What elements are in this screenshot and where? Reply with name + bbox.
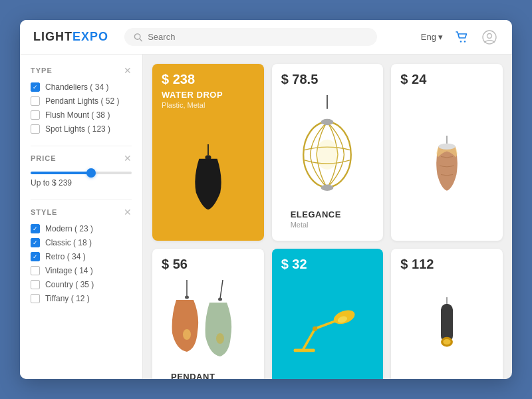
water-drop-material: Plastic, Metal <box>152 101 264 114</box>
type-filter-header: TYPE ✕ <box>31 65 132 76</box>
water-drop-price: $ 238 <box>152 64 264 90</box>
tiffany-label: Tiffany ( 12 ) <box>45 294 90 303</box>
svg-point-24 <box>313 326 317 331</box>
pendant-price: $ 56 <box>152 249 264 275</box>
product-workspace[interactable]: $ 32 <box>272 249 384 379</box>
svg-point-12 <box>218 298 222 301</box>
retro-checkbox[interactable]: ✓ <box>31 252 40 261</box>
pendant-label: Pendant Lights ( 52 ) <box>45 96 119 106</box>
price-filter-title: PRICE <box>31 154 57 162</box>
workspace-image <box>272 275 384 379</box>
app-window: LIGHTEXPO Eng ▾ <box>20 20 512 379</box>
style-filter-close[interactable]: ✕ <box>124 207 132 217</box>
retro-label: Retro ( 34 ) <box>45 252 86 261</box>
svg-point-5 <box>487 33 492 38</box>
search-bar[interactable] <box>124 28 377 46</box>
price-slider-track[interactable] <box>31 172 132 174</box>
pipe-price: $ 112 <box>391 249 503 275</box>
wood-lamp-price: $ 24 <box>391 64 503 90</box>
classic-checkbox[interactable]: ✓ <box>31 238 40 247</box>
price-slider-fill <box>31 172 93 174</box>
svg-line-19 <box>303 329 315 350</box>
tiffany-checkbox[interactable] <box>31 294 40 303</box>
wood-lamp-icon <box>427 136 467 196</box>
filter-retro[interactable]: ✓ Retro ( 34 ) <box>31 252 132 261</box>
body: TYPE ✕ ✓ Chandeliers ( 34 ) Pendant Ligh… <box>20 55 512 379</box>
filter-flush-mount[interactable]: Flush Mount ( 38 ) <box>31 110 132 120</box>
search-input[interactable] <box>148 32 368 42</box>
style-filter-title: STYLE <box>31 208 57 216</box>
water-drop-image <box>152 114 264 241</box>
filter-vintage[interactable]: Vintage ( 14 ) <box>31 266 132 275</box>
cart-button[interactable] <box>452 28 471 47</box>
modern-checkbox[interactable]: ✓ <box>31 224 40 233</box>
workspace-price: $ 32 <box>272 249 384 275</box>
svg-point-16 <box>317 140 339 170</box>
svg-point-10 <box>183 329 191 340</box>
flush-mount-checkbox[interactable] <box>31 110 40 120</box>
header-right: Eng ▾ <box>421 28 499 47</box>
water-drop-lamp-icon <box>178 144 238 211</box>
user-button[interactable] <box>480 28 499 47</box>
pipe-image <box>391 275 503 379</box>
elegance-material: Metal <box>281 221 374 234</box>
vintage-label: Vintage ( 14 ) <box>45 266 93 275</box>
svg-point-18 <box>321 185 334 191</box>
svg-line-11 <box>220 280 223 299</box>
language-selector[interactable]: Eng ▾ <box>421 32 443 42</box>
filter-pendant[interactable]: Pendant Lights ( 52 ) <box>31 96 132 106</box>
search-icon <box>134 33 142 42</box>
type-filter-close[interactable]: ✕ <box>124 65 132 76</box>
chandeliers-checkbox[interactable]: ✓ <box>31 82 40 92</box>
svg-point-26 <box>439 143 456 149</box>
price-filter-section: PRICE ✕ Up to $ 239 <box>31 153 132 188</box>
svg-point-2 <box>460 41 462 42</box>
svg-rect-23 <box>294 348 315 352</box>
product-pendant-lights[interactable]: $ 56 <box>152 249 264 379</box>
svg-point-3 <box>464 41 466 42</box>
pendant-lamp-icon <box>162 280 255 366</box>
chandeliers-label: Chandeliers ( 34 ) <box>45 82 108 92</box>
workspace-lamp-icon <box>291 301 364 354</box>
style-filter-section: STYLE ✕ ✓ Modern ( 23 ) ✓ Classic ( 18 )… <box>31 207 132 303</box>
modern-label: Modern ( 23 ) <box>45 224 93 233</box>
filter-chandeliers[interactable]: ✓ Chandeliers ( 34 ) <box>31 82 132 92</box>
pipe-lamp-icon <box>430 297 464 357</box>
type-filter-section: TYPE ✕ ✓ Chandeliers ( 34 ) Pendant Ligh… <box>31 65 132 134</box>
svg-point-17 <box>321 119 334 125</box>
product-elegance[interactable]: $ 78.5 <box>272 64 384 241</box>
style-filter-header: STYLE ✕ <box>31 207 132 217</box>
filter-modern[interactable]: ✓ Modern ( 23 ) <box>31 224 132 233</box>
country-label: Country ( 35 ) <box>45 280 94 289</box>
svg-line-1 <box>140 39 142 41</box>
product-the-pipe[interactable]: $ 112 THE PIPE <box>391 249 503 379</box>
product-water-drop[interactable]: $ 238 WATER DROP Plastic, Metal <box>152 64 264 241</box>
svg-point-13 <box>216 333 224 344</box>
elegance-price: $ 78.5 <box>272 64 384 90</box>
main-content: $ 238 WATER DROP Plastic, Metal $ 56 <box>143 55 512 379</box>
elegance-lamp-icon <box>291 95 364 201</box>
price-slider-thumb[interactable] <box>86 168 96 178</box>
svg-rect-28 <box>441 303 453 341</box>
spot-lights-checkbox[interactable] <box>31 124 40 134</box>
filter-country[interactable]: Country ( 35 ) <box>31 280 132 289</box>
pendant-name: PENDANT LIGHTS <box>162 372 255 379</box>
filter-spot-lights[interactable]: Spot Lights ( 123 ) <box>31 124 132 134</box>
price-filter-header: PRICE ✕ <box>31 153 132 164</box>
svg-point-9 <box>185 296 189 299</box>
logo: LIGHTEXPO <box>33 30 108 44</box>
filter-tiffany[interactable]: Tiffany ( 12 ) <box>31 294 132 303</box>
elegance-name: ELEGANCE <box>281 209 374 221</box>
filter-classic[interactable]: ✓ Classic ( 18 ) <box>31 238 132 247</box>
elegance-image <box>272 90 384 207</box>
vintage-checkbox[interactable] <box>31 266 40 275</box>
sidebar: TYPE ✕ ✓ Chandeliers ( 34 ) Pendant Ligh… <box>20 55 143 379</box>
pendant-checkbox[interactable] <box>31 96 40 106</box>
country-checkbox[interactable] <box>31 280 40 289</box>
header: LIGHTEXPO Eng ▾ <box>20 20 512 55</box>
price-filter-close[interactable]: ✕ <box>124 153 132 164</box>
product-wood-lamp[interactable]: $ 24 <box>391 64 503 241</box>
pendant-image <box>152 275 264 372</box>
spot-lights-label: Spot Lights ( 123 ) <box>45 124 110 134</box>
classic-label: Classic ( 18 ) <box>45 238 92 247</box>
